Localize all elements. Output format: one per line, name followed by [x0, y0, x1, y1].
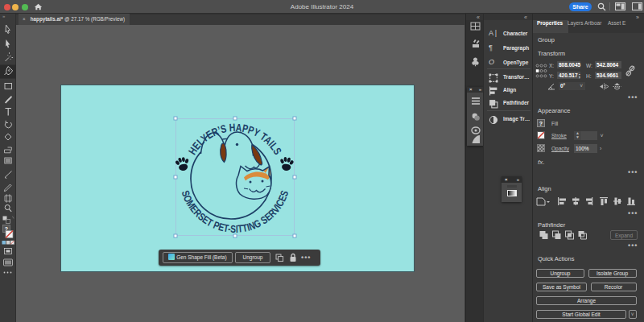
svg-text:SOMERSET PET-SITTING SERVICES: SOMERSET PET-SITTING SERVICES	[180, 188, 291, 235]
